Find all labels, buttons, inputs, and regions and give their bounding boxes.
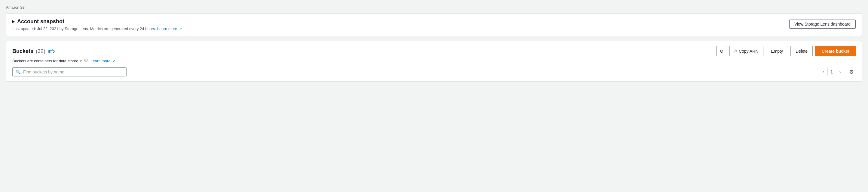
buckets-description: Buckets are containers for data stored i…: [12, 59, 856, 63]
delete-button[interactable]: Delete: [790, 46, 813, 56]
pagination-prev-button[interactable]: ‹: [819, 68, 828, 76]
pagination-current-page: 1: [831, 70, 833, 74]
account-snapshot-card: Account snapshot Last updated: Jul 22, 2…: [6, 13, 862, 36]
snapshot-learn-more-link[interactable]: Learn more: [157, 26, 177, 31]
buckets-title-row: Buckets (32) Info: [12, 48, 55, 54]
pagination-next-button[interactable]: ›: [836, 68, 844, 76]
refresh-button[interactable]: ↻: [716, 46, 727, 56]
buckets-external-link-icon: ↗: [113, 59, 115, 63]
create-bucket-button[interactable]: Create bucket: [815, 46, 856, 56]
expand-icon[interactable]: [12, 20, 15, 23]
copy-arn-button[interactable]: ⎙ Copy ARN: [730, 46, 764, 56]
settings-icon: ⚙: [849, 68, 854, 75]
view-storage-lens-dashboard-button[interactable]: View Storage Lens dashboard: [789, 20, 856, 29]
search-icon: 🔍: [16, 70, 21, 74]
snapshot-left: Account snapshot Last updated: Jul 22, 2…: [12, 18, 182, 31]
breadcrumb-text: Amazon S3: [6, 5, 25, 10]
snapshot-title-row: Account snapshot: [12, 18, 182, 25]
buckets-card-inner: Buckets (32) Info ↻ ⎙ Copy ARN Empty Del…: [6, 41, 862, 81]
empty-button[interactable]: Empty: [766, 46, 788, 56]
buckets-header: Buckets (32) Info ↻ ⎙ Copy ARN Empty Del…: [12, 46, 856, 56]
table-settings-button[interactable]: ⚙: [847, 68, 856, 76]
copy-arn-label: Copy ARN: [739, 49, 758, 54]
snapshot-title: Account snapshot: [17, 18, 64, 25]
search-box: 🔍: [12, 67, 127, 77]
page-container: Amazon S3 Account snapshot Last updated:…: [0, 0, 868, 91]
snapshot-subtitle-text: Last updated: Jul 22, 2021 by Storage Le…: [12, 26, 156, 31]
buckets-learn-more-link[interactable]: Learn more: [90, 59, 110, 63]
buckets-info-link[interactable]: Info: [48, 49, 55, 54]
buckets-card: Buckets (32) Info ↻ ⎙ Copy ARN Empty Del…: [6, 41, 862, 82]
snapshot-subtitle: Last updated: Jul 22, 2021 by Storage Le…: [12, 26, 182, 31]
snapshot-card-inner: Account snapshot Last updated: Jul 22, 2…: [6, 13, 862, 36]
buckets-count: (32): [36, 48, 45, 54]
buckets-actions: ↻ ⎙ Copy ARN Empty Delete Create bucket: [716, 46, 856, 56]
search-pagination-row: 🔍 ‹ 1 › ⚙: [12, 67, 856, 77]
refresh-icon: ↻: [719, 49, 723, 54]
external-link-icon: ↗: [179, 27, 182, 31]
buckets-title: Buckets: [12, 48, 33, 54]
pagination-row: ‹ 1 › ⚙: [819, 68, 856, 76]
buckets-description-text: Buckets are containers for data stored i…: [12, 59, 90, 63]
breadcrumb: Amazon S3: [6, 5, 862, 10]
search-input[interactable]: [23, 70, 123, 74]
copy-icon: ⎙: [735, 49, 737, 54]
